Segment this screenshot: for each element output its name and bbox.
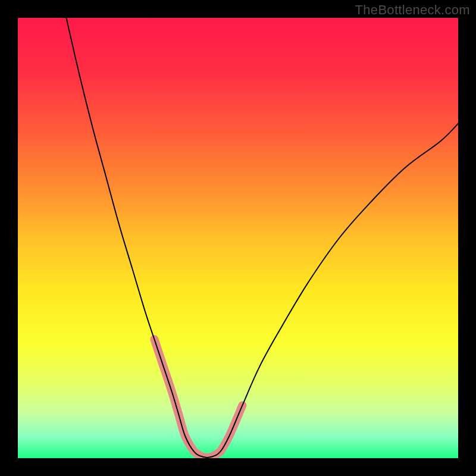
gradient-background: [18, 18, 458, 458]
outer-frame: TheBottleneck.com: [0, 0, 476, 476]
plot-area: [18, 18, 458, 458]
bottleneck-chart: [18, 18, 458, 458]
watermark-text: TheBottleneck.com: [355, 2, 470, 18]
